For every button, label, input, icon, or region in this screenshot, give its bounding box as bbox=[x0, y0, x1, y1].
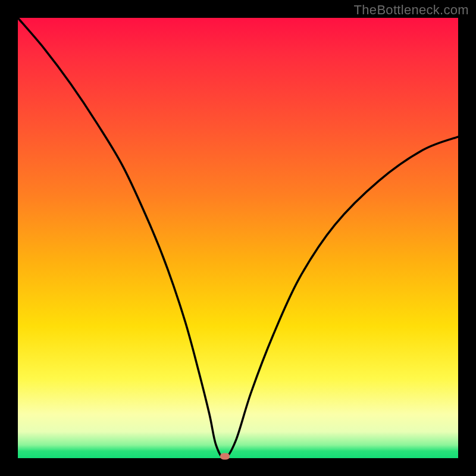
watermark-text: TheBottleneck.com bbox=[354, 2, 469, 18]
curve-svg bbox=[18, 18, 458, 458]
plot-area bbox=[18, 18, 458, 458]
min-point-marker bbox=[220, 453, 230, 460]
bottleneck-curve-path bbox=[18, 18, 458, 458]
chart-frame: TheBottleneck.com bbox=[0, 0, 476, 476]
